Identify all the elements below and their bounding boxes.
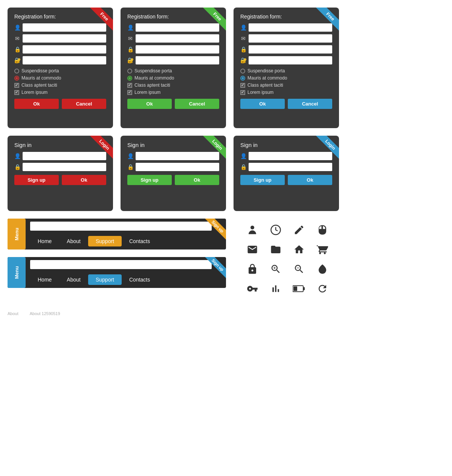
nav-home-blue[interactable]: Home: [30, 277, 59, 283]
option-text-2-3: Class aptent taciti: [134, 83, 170, 88]
checkbox-2-1[interactable]: [127, 83, 132, 88]
ribbon-label-free-2: Free: [203, 8, 226, 31]
radio-empty-1[interactable]: [14, 69, 19, 73]
option-row-2-4: Lorem ipsum: [127, 90, 219, 95]
option-row-1: Suspendisse porta: [14, 68, 106, 73]
option-row-2-3: Class aptent taciti: [127, 83, 219, 88]
nav-support-blue[interactable]: Support: [88, 274, 122, 285]
option-text-3-4: Lorem ipsum: [247, 90, 273, 95]
cancel-button-2[interactable]: Cancel: [175, 99, 219, 109]
cancel-button-1[interactable]: Cancel: [62, 99, 106, 109]
lock-key-icon-2: 🔐: [127, 57, 133, 63]
padlock-icon-grid: [245, 262, 260, 277]
lock-key-icon-3: 🔐: [240, 57, 246, 63]
option-text-2-2: Mauris at commodo: [134, 75, 174, 81]
ribbon-free-green: Free: [196, 8, 226, 38]
signup-label-blue: Sign up: [205, 257, 226, 278]
lock-icon-3: 🔒: [240, 46, 246, 52]
person-icon-3: 👤: [240, 24, 246, 31]
password-input-1[interactable]: [23, 45, 106, 54]
ribbon-login-red: Login: [83, 136, 113, 166]
registration-card-red: Free Registration form: 👤 ✉ 🔒 🔐: [8, 8, 113, 128]
person-icon: 👤: [14, 24, 20, 31]
radio-filled-blue-1[interactable]: [240, 76, 245, 81]
watermark-area: About About 12590519: [8, 311, 444, 316]
person-icon-login-1: 👤: [14, 153, 20, 159]
navbar-links-blue: Home About Support Contacts: [8, 272, 226, 288]
signup-corner-orange: Sign up: [200, 219, 226, 245]
option-row-3-1: Suspendisse porta: [240, 68, 332, 73]
confirm-input-2[interactable]: [136, 56, 219, 64]
option-text-1: Suspendisse porta: [21, 68, 59, 73]
option-row-2-1: Suspendisse porta: [127, 68, 219, 73]
option-row-3-4: Lorem ipsum: [240, 90, 332, 95]
login-ok-button-3[interactable]: Ok: [288, 175, 332, 185]
nav-search-blue[interactable]: [30, 260, 212, 269]
navbar-links-orange: Home About Support Contacts: [8, 234, 226, 249]
ok-button-1[interactable]: Ok: [14, 99, 59, 109]
checkbox-2-2[interactable]: [127, 90, 132, 95]
ribbon-label-free: Free: [90, 8, 113, 31]
option-text-3: Class aptent taciti: [21, 83, 57, 88]
confirm-input-1[interactable]: [23, 56, 106, 64]
refresh-icon-grid: [315, 281, 330, 296]
login-card-red: Login Sign in 👤 🔒 Sign up Ok: [8, 136, 113, 211]
login-ok-button-1[interactable]: Ok: [62, 175, 106, 185]
watermark-text-1: About: [8, 311, 18, 316]
ribbon-free-red: Free: [83, 8, 113, 38]
checkbox-1[interactable]: [14, 83, 19, 88]
signup-button-1[interactable]: Sign up: [14, 175, 59, 185]
registration-card-green: Free Registration form: 👤 ✉ 🔒 🔐: [121, 8, 226, 128]
person-icon-2: 👤: [127, 24, 133, 31]
option-text-4: Lorem ipsum: [21, 90, 47, 95]
watermark-text-2: About 12590519: [30, 311, 60, 316]
buttons-row-1: Ok Cancel: [14, 99, 106, 109]
login-card-blue: Login Sign in 👤 🔒 Sign up Ok: [234, 136, 339, 211]
icons-section: [234, 219, 345, 300]
checkbox-3-2[interactable]: [240, 90, 245, 95]
ribbon-label-login-3: Login: [316, 136, 339, 159]
option-text-3-2: Mauris at commodo: [247, 75, 287, 81]
option-text-2-1: Suspendisse porta: [134, 68, 172, 73]
svg-rect-4: [293, 286, 297, 291]
ribbon-label-login-1: Login: [90, 136, 113, 159]
radio-empty-3[interactable]: [240, 69, 245, 73]
nav-home-orange[interactable]: Home: [30, 238, 59, 244]
mouse-icon-grid: [315, 222, 330, 237]
field-password-3: 🔒: [240, 45, 332, 54]
nav-support-orange[interactable]: Support: [88, 236, 122, 246]
confirm-input-3[interactable]: [249, 56, 332, 64]
signup-button-3[interactable]: Sign up: [240, 175, 285, 185]
envelope-icon-grid: [245, 242, 260, 257]
nav-icons-row: Menu 🔍 Home About Support Contacts Sign …: [8, 219, 444, 300]
nav-contacts-blue[interactable]: Contacts: [122, 277, 157, 283]
options-1: Suspendisse porta Mauris at commodo Clas…: [14, 68, 106, 95]
password-input-3[interactable]: [249, 45, 332, 54]
signup-button-2[interactable]: Sign up: [127, 175, 172, 185]
nav-about-orange[interactable]: About: [59, 238, 88, 244]
radio-filled-green-1[interactable]: [127, 76, 132, 81]
battery-icon-grid: [292, 281, 307, 296]
nav-about-blue[interactable]: About: [59, 277, 88, 283]
navbar-orange-inner: Menu 🔍 Home About Support Contacts: [8, 219, 226, 249]
menu-tab-orange[interactable]: Menu: [8, 219, 26, 249]
registration-card-blue: Free Registration form: 👤 ✉ 🔒 🔐: [234, 8, 339, 128]
ok-button-3[interactable]: Ok: [240, 99, 285, 109]
person-icon-login-2: 👤: [127, 153, 133, 159]
ribbon-label-login-2: Login: [203, 136, 226, 159]
menu-tab-blue[interactable]: Menu: [8, 257, 26, 288]
password-input-2[interactable]: [136, 45, 219, 54]
radio-filled-red-1[interactable]: [14, 76, 19, 81]
nav-search-orange[interactable]: [30, 222, 212, 231]
registration-forms-row: Free Registration form: 👤 ✉ 🔒 🔐: [8, 8, 444, 128]
checkbox-3-1[interactable]: [240, 83, 245, 88]
radio-empty-2[interactable]: [127, 69, 132, 73]
ok-button-2[interactable]: Ok: [127, 99, 172, 109]
login-ok-button-2[interactable]: Ok: [175, 175, 219, 185]
ribbon-label-free-3: Free: [316, 8, 339, 31]
nav-contacts-orange[interactable]: Contacts: [122, 238, 157, 244]
navbar-top-row-orange: 🔍: [8, 219, 226, 234]
checkbox-2[interactable]: [14, 90, 19, 95]
clock-icon-grid: [268, 222, 283, 237]
cancel-button-3[interactable]: Cancel: [288, 99, 332, 109]
